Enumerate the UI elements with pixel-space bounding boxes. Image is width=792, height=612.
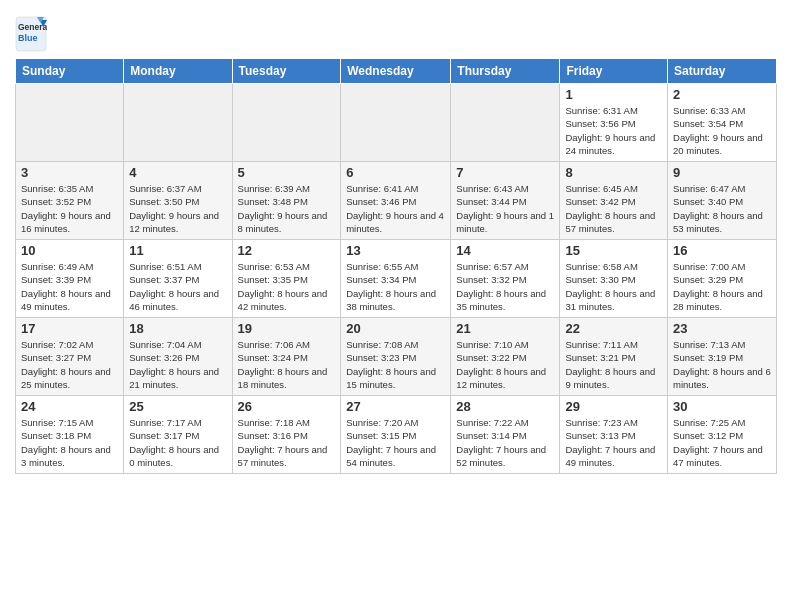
day-info: Sunrise: 7:06 AMSunset: 3:24 PMDaylight:… bbox=[238, 338, 336, 391]
day-number: 25 bbox=[129, 399, 226, 414]
calendar-cell: 17Sunrise: 7:02 AMSunset: 3:27 PMDayligh… bbox=[16, 318, 124, 396]
day-number: 30 bbox=[673, 399, 771, 414]
col-wednesday: Wednesday bbox=[341, 59, 451, 84]
day-info: Sunrise: 6:33 AMSunset: 3:54 PMDaylight:… bbox=[673, 104, 771, 157]
day-info: Sunrise: 6:45 AMSunset: 3:42 PMDaylight:… bbox=[565, 182, 662, 235]
day-info: Sunrise: 6:35 AMSunset: 3:52 PMDaylight:… bbox=[21, 182, 118, 235]
day-info: Sunrise: 6:58 AMSunset: 3:30 PMDaylight:… bbox=[565, 260, 662, 313]
day-number: 29 bbox=[565, 399, 662, 414]
calendar-cell: 7Sunrise: 6:43 AMSunset: 3:44 PMDaylight… bbox=[451, 162, 560, 240]
calendar-cell: 18Sunrise: 7:04 AMSunset: 3:26 PMDayligh… bbox=[124, 318, 232, 396]
day-info: Sunrise: 6:31 AMSunset: 3:56 PMDaylight:… bbox=[565, 104, 662, 157]
col-sunday: Sunday bbox=[16, 59, 124, 84]
day-number: 14 bbox=[456, 243, 554, 258]
calendar-week-4: 17Sunrise: 7:02 AMSunset: 3:27 PMDayligh… bbox=[16, 318, 777, 396]
calendar-week-1: 1Sunrise: 6:31 AMSunset: 3:56 PMDaylight… bbox=[16, 84, 777, 162]
logo-svg: General Blue bbox=[15, 16, 47, 52]
calendar-cell: 22Sunrise: 7:11 AMSunset: 3:21 PMDayligh… bbox=[560, 318, 668, 396]
day-number: 9 bbox=[673, 165, 771, 180]
day-info: Sunrise: 7:23 AMSunset: 3:13 PMDaylight:… bbox=[565, 416, 662, 469]
day-number: 3 bbox=[21, 165, 118, 180]
calendar-cell: 13Sunrise: 6:55 AMSunset: 3:34 PMDayligh… bbox=[341, 240, 451, 318]
calendar-cell: 30Sunrise: 7:25 AMSunset: 3:12 PMDayligh… bbox=[668, 396, 777, 474]
header: General Blue bbox=[15, 10, 777, 52]
day-info: Sunrise: 7:17 AMSunset: 3:17 PMDaylight:… bbox=[129, 416, 226, 469]
calendar-cell bbox=[232, 84, 341, 162]
day-info: Sunrise: 6:47 AMSunset: 3:40 PMDaylight:… bbox=[673, 182, 771, 235]
day-info: Sunrise: 7:00 AMSunset: 3:29 PMDaylight:… bbox=[673, 260, 771, 313]
day-number: 16 bbox=[673, 243, 771, 258]
day-info: Sunrise: 7:10 AMSunset: 3:22 PMDaylight:… bbox=[456, 338, 554, 391]
calendar-cell: 19Sunrise: 7:06 AMSunset: 3:24 PMDayligh… bbox=[232, 318, 341, 396]
day-info: Sunrise: 6:39 AMSunset: 3:48 PMDaylight:… bbox=[238, 182, 336, 235]
calendar-cell: 21Sunrise: 7:10 AMSunset: 3:22 PMDayligh… bbox=[451, 318, 560, 396]
day-info: Sunrise: 7:22 AMSunset: 3:14 PMDaylight:… bbox=[456, 416, 554, 469]
calendar-cell: 1Sunrise: 6:31 AMSunset: 3:56 PMDaylight… bbox=[560, 84, 668, 162]
day-number: 4 bbox=[129, 165, 226, 180]
day-number: 1 bbox=[565, 87, 662, 102]
calendar-cell: 6Sunrise: 6:41 AMSunset: 3:46 PMDaylight… bbox=[341, 162, 451, 240]
calendar-cell bbox=[124, 84, 232, 162]
svg-text:Blue: Blue bbox=[18, 33, 38, 43]
calendar-cell: 9Sunrise: 6:47 AMSunset: 3:40 PMDaylight… bbox=[668, 162, 777, 240]
calendar-cell: 11Sunrise: 6:51 AMSunset: 3:37 PMDayligh… bbox=[124, 240, 232, 318]
calendar-cell: 16Sunrise: 7:00 AMSunset: 3:29 PMDayligh… bbox=[668, 240, 777, 318]
calendar-cell: 3Sunrise: 6:35 AMSunset: 3:52 PMDaylight… bbox=[16, 162, 124, 240]
calendar-week-2: 3Sunrise: 6:35 AMSunset: 3:52 PMDaylight… bbox=[16, 162, 777, 240]
day-number: 26 bbox=[238, 399, 336, 414]
day-info: Sunrise: 7:11 AMSunset: 3:21 PMDaylight:… bbox=[565, 338, 662, 391]
day-number: 20 bbox=[346, 321, 445, 336]
calendar-cell bbox=[451, 84, 560, 162]
col-tuesday: Tuesday bbox=[232, 59, 341, 84]
calendar-week-5: 24Sunrise: 7:15 AMSunset: 3:18 PMDayligh… bbox=[16, 396, 777, 474]
calendar-cell: 15Sunrise: 6:58 AMSunset: 3:30 PMDayligh… bbox=[560, 240, 668, 318]
day-number: 19 bbox=[238, 321, 336, 336]
day-number: 28 bbox=[456, 399, 554, 414]
calendar-cell: 28Sunrise: 7:22 AMSunset: 3:14 PMDayligh… bbox=[451, 396, 560, 474]
calendar-cell: 14Sunrise: 6:57 AMSunset: 3:32 PMDayligh… bbox=[451, 240, 560, 318]
calendar-cell: 10Sunrise: 6:49 AMSunset: 3:39 PMDayligh… bbox=[16, 240, 124, 318]
day-number: 23 bbox=[673, 321, 771, 336]
calendar-cell: 5Sunrise: 6:39 AMSunset: 3:48 PMDaylight… bbox=[232, 162, 341, 240]
day-info: Sunrise: 7:15 AMSunset: 3:18 PMDaylight:… bbox=[21, 416, 118, 469]
day-number: 11 bbox=[129, 243, 226, 258]
day-info: Sunrise: 7:20 AMSunset: 3:15 PMDaylight:… bbox=[346, 416, 445, 469]
day-info: Sunrise: 6:41 AMSunset: 3:46 PMDaylight:… bbox=[346, 182, 445, 235]
col-monday: Monday bbox=[124, 59, 232, 84]
calendar-cell: 4Sunrise: 6:37 AMSunset: 3:50 PMDaylight… bbox=[124, 162, 232, 240]
logo: General Blue bbox=[15, 16, 47, 52]
day-number: 10 bbox=[21, 243, 118, 258]
day-number: 6 bbox=[346, 165, 445, 180]
day-info: Sunrise: 7:04 AMSunset: 3:26 PMDaylight:… bbox=[129, 338, 226, 391]
calendar-cell: 25Sunrise: 7:17 AMSunset: 3:17 PMDayligh… bbox=[124, 396, 232, 474]
day-info: Sunrise: 6:53 AMSunset: 3:35 PMDaylight:… bbox=[238, 260, 336, 313]
calendar-cell: 26Sunrise: 7:18 AMSunset: 3:16 PMDayligh… bbox=[232, 396, 341, 474]
calendar-cell: 2Sunrise: 6:33 AMSunset: 3:54 PMDaylight… bbox=[668, 84, 777, 162]
day-info: Sunrise: 6:37 AMSunset: 3:50 PMDaylight:… bbox=[129, 182, 226, 235]
col-friday: Friday bbox=[560, 59, 668, 84]
calendar-cell: 27Sunrise: 7:20 AMSunset: 3:15 PMDayligh… bbox=[341, 396, 451, 474]
day-info: Sunrise: 7:02 AMSunset: 3:27 PMDaylight:… bbox=[21, 338, 118, 391]
day-info: Sunrise: 7:18 AMSunset: 3:16 PMDaylight:… bbox=[238, 416, 336, 469]
day-number: 13 bbox=[346, 243, 445, 258]
day-number: 7 bbox=[456, 165, 554, 180]
day-number: 27 bbox=[346, 399, 445, 414]
day-number: 2 bbox=[673, 87, 771, 102]
day-number: 12 bbox=[238, 243, 336, 258]
day-info: Sunrise: 7:08 AMSunset: 3:23 PMDaylight:… bbox=[346, 338, 445, 391]
calendar-cell: 24Sunrise: 7:15 AMSunset: 3:18 PMDayligh… bbox=[16, 396, 124, 474]
calendar-header-row: Sunday Monday Tuesday Wednesday Thursday… bbox=[16, 59, 777, 84]
day-info: Sunrise: 7:13 AMSunset: 3:19 PMDaylight:… bbox=[673, 338, 771, 391]
calendar-week-3: 10Sunrise: 6:49 AMSunset: 3:39 PMDayligh… bbox=[16, 240, 777, 318]
day-number: 8 bbox=[565, 165, 662, 180]
calendar-cell: 20Sunrise: 7:08 AMSunset: 3:23 PMDayligh… bbox=[341, 318, 451, 396]
calendar-cell: 23Sunrise: 7:13 AMSunset: 3:19 PMDayligh… bbox=[668, 318, 777, 396]
day-info: Sunrise: 7:25 AMSunset: 3:12 PMDaylight:… bbox=[673, 416, 771, 469]
day-number: 5 bbox=[238, 165, 336, 180]
day-number: 17 bbox=[21, 321, 118, 336]
calendar-cell: 29Sunrise: 7:23 AMSunset: 3:13 PMDayligh… bbox=[560, 396, 668, 474]
day-info: Sunrise: 6:55 AMSunset: 3:34 PMDaylight:… bbox=[346, 260, 445, 313]
col-saturday: Saturday bbox=[668, 59, 777, 84]
day-number: 15 bbox=[565, 243, 662, 258]
day-info: Sunrise: 6:43 AMSunset: 3:44 PMDaylight:… bbox=[456, 182, 554, 235]
